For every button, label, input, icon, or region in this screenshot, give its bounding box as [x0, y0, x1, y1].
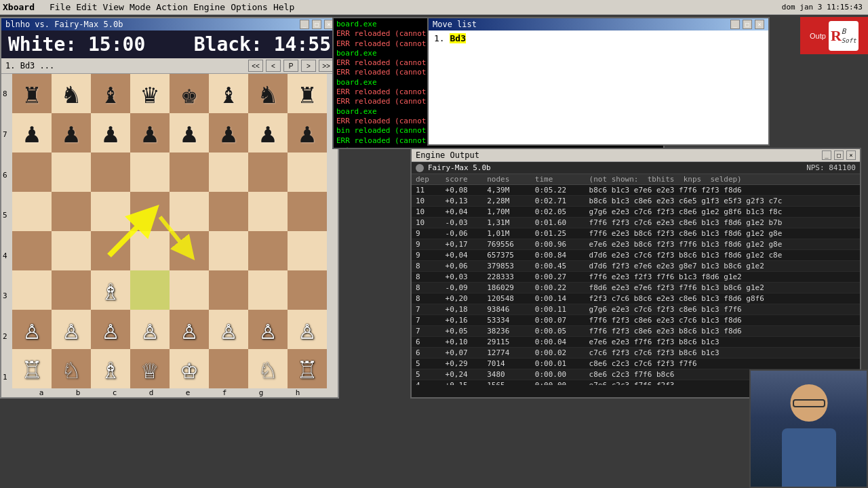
engine-minimize[interactable]: _	[822, 150, 831, 160]
menu-edit[interactable]: Edit	[73, 2, 100, 12]
square-d5[interactable]	[130, 192, 170, 231]
engine-line: b8c6 b1c3 e7e6 e2e3 f7f6 f2f3 f8d6	[585, 185, 860, 196]
movelist-maximize[interactable]: □	[743, 20, 752, 29]
square-g5[interactable]	[248, 192, 288, 231]
square-g1[interactable]: ♘	[248, 349, 288, 388]
square-c5[interactable]	[91, 192, 130, 231]
square-a7[interactable]: ♟	[12, 113, 52, 152]
square-d4[interactable]	[130, 231, 170, 270]
square-f4[interactable]	[209, 231, 248, 270]
movelist-close[interactable]: ×	[755, 20, 764, 29]
square-b7[interactable]: ♟	[52, 113, 91, 152]
menu-help[interactable]: Help	[271, 2, 297, 12]
square-b3[interactable]	[52, 270, 91, 310]
square-d1[interactable]: ♕	[130, 349, 170, 388]
square-b6[interactable]	[52, 152, 91, 192]
movelist-window: Move list _ □ × 1. Bd3	[427, 17, 770, 146]
square-b2[interactable]: ♙	[52, 310, 91, 349]
square-h7[interactable]: ♟	[288, 113, 327, 152]
engine-time: 0:00.11	[531, 304, 585, 315]
square-c4[interactable]	[91, 231, 130, 270]
piece-b2: ♙	[63, 316, 79, 343]
square-g6[interactable]	[248, 152, 288, 192]
square-c2[interactable]: ♙	[91, 310, 130, 349]
square-d2[interactable]: ♙	[130, 310, 170, 349]
square-e2[interactable]: ♙	[170, 310, 209, 349]
square-e8[interactable]: ♚	[170, 74, 209, 113]
square-h6[interactable]	[288, 152, 327, 192]
movelist-minimize[interactable]: _	[730, 20, 740, 29]
menu-mode[interactable]: Mode	[127, 2, 153, 12]
engine-time: 0:00.00	[531, 380, 585, 386]
square-a1[interactable]: ♖	[12, 349, 52, 388]
square-h3[interactable]	[288, 270, 327, 310]
square-e6[interactable]	[170, 152, 209, 192]
square-f5[interactable]	[209, 192, 248, 231]
chess-board[interactable]: ♜♞♝♛♚♝♞♜♟♟♟♟♟♟♟♟♗♙♙♙♙♙♙♙♙♖♘♗♕♔♘♖	[12, 74, 327, 388]
square-a6[interactable]	[12, 152, 52, 192]
engine-dep: 8	[412, 261, 441, 272]
square-e4[interactable]	[170, 231, 209, 270]
square-f8[interactable]: ♝	[209, 74, 248, 113]
square-b1[interactable]: ♘	[52, 349, 91, 388]
square-f7[interactable]: ♟	[209, 113, 248, 152]
square-e1[interactable]: ♔	[170, 349, 209, 388]
square-g3[interactable]	[248, 270, 288, 310]
square-h5[interactable]	[288, 192, 327, 231]
menu-file[interactable]: File	[47, 2, 73, 12]
square-f6[interactable]	[209, 152, 248, 192]
square-g7[interactable]: ♟	[248, 113, 288, 152]
square-e7[interactable]: ♟	[170, 113, 209, 152]
square-e3[interactable]	[170, 270, 209, 310]
square-h2[interactable]: ♙	[288, 310, 327, 349]
square-c1[interactable]: ♗	[91, 349, 130, 388]
engine-line: g7g6 e2e3 c7c6 f2f3 c8e6 g1e2 g8f6 b1c3 …	[585, 207, 860, 218]
square-g4[interactable]	[248, 231, 288, 270]
piece-e8: ♚	[181, 80, 197, 107]
square-d6[interactable]	[130, 152, 170, 192]
white-label: White:	[8, 33, 77, 56]
menu-view[interactable]: View	[100, 2, 127, 12]
square-a3[interactable]	[12, 270, 52, 310]
square-b4[interactable]	[52, 231, 91, 270]
square-g8[interactable]: ♞	[248, 74, 288, 113]
piece-c1: ♗	[102, 355, 119, 382]
menu-engine[interactable]: Engine	[191, 2, 228, 12]
nav-prev[interactable]: <	[266, 60, 281, 72]
square-d7[interactable]: ♟	[130, 113, 170, 152]
nav-start[interactable]: <<	[248, 60, 263, 72]
engine-score: +0,05	[441, 326, 484, 337]
maximize-button[interactable]: □	[312, 20, 321, 29]
square-b5[interactable]	[52, 192, 91, 231]
square-h8[interactable]: ♜	[288, 74, 327, 113]
square-f1[interactable]	[209, 349, 248, 388]
square-h4[interactable]	[288, 231, 327, 270]
square-a5[interactable]	[12, 192, 52, 231]
nav-next[interactable]: >	[301, 60, 316, 72]
menu-action[interactable]: Action	[153, 2, 191, 12]
square-a4[interactable]	[12, 231, 52, 270]
nav-end[interactable]: >>	[319, 60, 334, 72]
square-c3[interactable]: ♗	[91, 270, 130, 310]
engine-nodes: 38236	[483, 326, 531, 337]
square-c7[interactable]: ♟	[91, 113, 130, 152]
square-e5[interactable]	[170, 192, 209, 231]
engine-maximize[interactable]: □	[834, 150, 844, 160]
square-g2[interactable]: ♙	[248, 310, 288, 349]
square-c6[interactable]	[91, 152, 130, 192]
square-d8[interactable]: ♛	[130, 74, 170, 113]
engine-close[interactable]: ×	[846, 150, 856, 160]
minimize-button[interactable]: _	[300, 20, 309, 29]
square-c8[interactable]: ♝	[91, 74, 130, 113]
square-b8[interactable]: ♞	[52, 74, 91, 113]
nav-pause[interactable]: P	[283, 60, 298, 72]
system-bar: Xboard File Edit View Mode Action Engine…	[0, 0, 868, 15]
square-d3[interactable]	[130, 270, 170, 310]
square-a8[interactable]: ♜	[12, 74, 52, 113]
engine-nodes: 186029	[483, 283, 531, 293]
square-h1[interactable]: ♖	[288, 349, 327, 388]
square-f3[interactable]	[209, 270, 248, 310]
square-f2[interactable]: ♙	[209, 310, 248, 349]
menu-options[interactable]: Options	[228, 2, 271, 12]
square-a2[interactable]: ♙	[12, 310, 52, 349]
